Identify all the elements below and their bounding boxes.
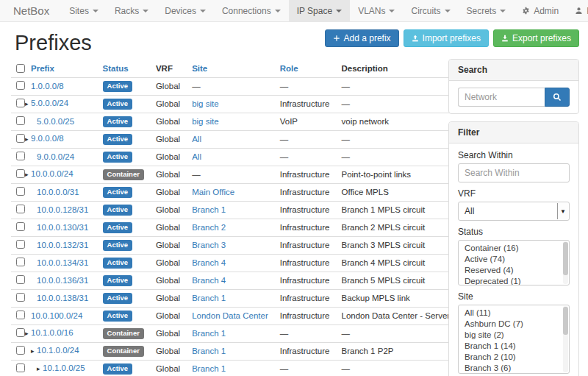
prefix-link[interactable]: 5.0.0.0/24 (31, 99, 68, 107)
nav-item-admin[interactable]: Admin (514, 0, 567, 21)
row-checkbox[interactable] (16, 134, 25, 143)
prefix-link[interactable]: 9.0.0.0/8 (31, 134, 64, 143)
listbox-option[interactable]: Branch 2 (10) (459, 352, 569, 363)
listbox-option[interactable]: Ashburn DC (7) (459, 319, 569, 330)
prefix-link[interactable]: 10.0.0.132/31 (37, 241, 88, 249)
listbox-option[interactable]: Branch 3 (6) (459, 363, 569, 374)
prefix-link[interactable]: 10.0.0.0/31 (37, 188, 79, 196)
column-sort-link[interactable]: Status (103, 64, 129, 73)
prefix-link[interactable]: 9.0.0.0/24 (37, 152, 74, 161)
prefix-link[interactable]: 10.0.0.130/31 (37, 223, 88, 232)
site-link[interactable]: Branch 4 (192, 258, 226, 267)
site-link[interactable]: Branch 1 (192, 205, 226, 214)
site-link[interactable]: Branch 1 (192, 347, 226, 355)
column-header-prefix[interactable]: Prefix (25, 60, 97, 78)
prefix-link[interactable]: 10.0.0.128/31 (37, 205, 88, 214)
listbox-option[interactable]: Container (16) (459, 243, 569, 254)
prefix-link[interactable]: 10.1.0.0/24 (37, 346, 79, 355)
column-sort-link[interactable]: Role (280, 64, 298, 73)
row-checkbox[interactable] (16, 293, 25, 302)
search-input[interactable] (458, 88, 545, 107)
site-link[interactable]: Branch 2 (192, 223, 226, 232)
nav-item-label: Racks (115, 6, 139, 16)
table-row: 1.0.0.0/8ActiveGlobal——— (11, 78, 490, 96)
prefix-link[interactable]: 10.1.0.0/25 (43, 363, 85, 372)
site-link[interactable]: Branch 3 (192, 241, 226, 249)
nav-item-racks[interactable]: Racks (107, 0, 157, 21)
nav-item-label: Connections (222, 6, 271, 16)
row-checkbox[interactable] (16, 116, 25, 125)
vrf-cell: Global (150, 166, 186, 184)
nav-item-ip-space[interactable]: IP Space (289, 0, 350, 21)
role-cell: Infrastructure (274, 96, 336, 113)
site-listbox[interactable]: All (11)Ashburn DC (7)big site (2)Branch… (458, 305, 570, 374)
listbox-option[interactable]: Reserved (4) (459, 265, 569, 276)
listbox-option[interactable]: Deprecated (1) (459, 276, 569, 285)
site-link[interactable]: Branch 1 (192, 329, 226, 338)
scrollbar[interactable] (563, 241, 568, 284)
column-header-role[interactable]: Role (274, 60, 336, 78)
role-cell: Infrastructure (274, 237, 336, 255)
site-link[interactable]: big site (192, 99, 218, 108)
row-checkbox[interactable] (16, 99, 25, 107)
row-checkbox[interactable] (16, 222, 25, 231)
column-sort-link[interactable]: Prefix (31, 64, 54, 73)
listbox-option[interactable]: All (11) (459, 308, 569, 319)
prefix-link[interactable]: 10.0.0.134/31 (37, 258, 88, 267)
prefix-link[interactable]: 10.0.0.138/31 (37, 294, 88, 302)
nav-item-sites[interactable]: Sites (61, 0, 107, 21)
search-button[interactable] (545, 88, 570, 107)
nav-item-vlans[interactable]: VLANs (350, 0, 403, 21)
site-link[interactable]: All (192, 135, 201, 143)
site-link[interactable]: London Data Center (192, 311, 268, 320)
listbox-option[interactable]: Branch 1 (14) (459, 341, 569, 352)
role-cell: — (274, 325, 336, 343)
row-checkbox[interactable] (16, 205, 25, 213)
row-checkbox[interactable] (16, 311, 25, 319)
prefix-link[interactable]: 5.0.0.0/25 (37, 117, 74, 126)
prefix-link[interactable]: 10.0.0.0/24 (31, 169, 74, 178)
row-checkbox[interactable] (16, 363, 25, 372)
column-header-status[interactable]: Status (97, 60, 150, 78)
listbox-option[interactable]: big site (2) (459, 330, 569, 341)
nav-item-connections[interactable]: Connections (214, 0, 289, 21)
select-all-checkbox[interactable] (16, 64, 25, 73)
site-link[interactable]: Branch 1 (192, 294, 226, 302)
site-cell: big site (186, 113, 274, 131)
import-prefixes-button[interactable]: Import prefixes (404, 29, 489, 47)
nav-item-devices[interactable]: Devices (157, 0, 214, 21)
prefix-link[interactable]: 10.0.0.136/31 (37, 276, 88, 285)
vrf-select[interactable]: All ▼ (458, 202, 570, 221)
search-within-input[interactable] (458, 163, 570, 182)
column-header-site[interactable]: Site (186, 60, 274, 78)
table-row: ▸10.1.0.0/24ContainerGlobalBranch 1Infra… (11, 343, 490, 361)
site-link[interactable]: Branch 1 (192, 364, 226, 373)
row-checkbox[interactable] (16, 169, 25, 178)
prefix-link[interactable]: 1.0.0.0/8 (31, 82, 64, 91)
prefix-link[interactable]: 10.1.0.0/16 (31, 328, 74, 337)
row-checkbox[interactable] (16, 240, 25, 249)
add-prefix-button[interactable]: Add a prefix (325, 29, 399, 47)
row-checkbox[interactable] (16, 187, 25, 196)
column-sort-link[interactable]: Site (192, 64, 207, 73)
nav-item-profile[interactable]: Profile (567, 0, 588, 21)
nav-item-secrets[interactable]: Secrets (459, 0, 514, 21)
row-checkbox[interactable] (16, 81, 25, 90)
site-link[interactable]: All (192, 152, 201, 161)
row-checkbox[interactable] (16, 275, 25, 284)
nav-item-label: VLANs (358, 6, 385, 16)
row-checkbox[interactable] (16, 258, 25, 266)
prefix-link[interactable]: 10.0.100.0/24 (31, 311, 82, 320)
site-link[interactable]: Main Office (192, 188, 234, 196)
scrollbar[interactable] (563, 306, 568, 372)
site-link[interactable]: Branch 4 (192, 276, 226, 285)
brand-netbox[interactable]: NetBox (7, 0, 57, 21)
site-link[interactable]: big site (192, 117, 218, 126)
export-prefixes-button[interactable]: Export prefixes (493, 29, 579, 47)
nav-item-circuits[interactable]: Circuits (403, 0, 458, 21)
listbox-option[interactable]: Active (74) (459, 254, 569, 265)
row-checkbox[interactable] (16, 328, 25, 337)
row-checkbox[interactable] (16, 152, 25, 160)
status-listbox[interactable]: Container (16)Active (74)Reserved (4)Dep… (458, 240, 570, 285)
row-checkbox[interactable] (16, 346, 25, 355)
